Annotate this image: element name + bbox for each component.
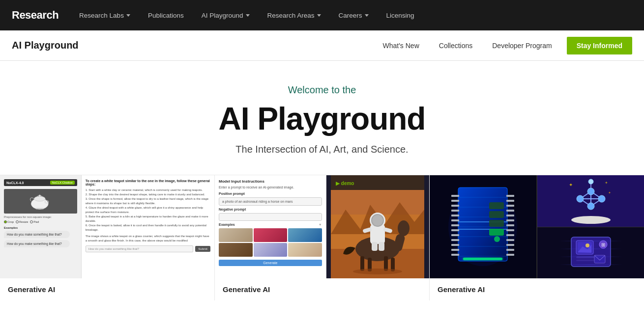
card-1-label: Generative AI [0, 278, 214, 300]
nuclx-badge: NuCLX Chatbot [50, 181, 75, 185]
positive-prompt-input[interactable]: a photo of an astronaut riding a horse o… [219, 197, 322, 206]
card-image-chat: NuCLX-4.0 NuCLX Chatbot Preprocesses for… [0, 175, 214, 278]
svg-rect-55 [506, 210, 514, 212]
card-row-top: ✦ ✦ ✦ [430, 175, 644, 278]
svg-rect-43 [451, 215, 459, 216]
svg-point-80 [577, 195, 584, 202]
chat-header-title: NuCLX-4.0 [6, 181, 24, 185]
svg-rect-22 [372, 242, 378, 251]
ai-response-header: To create a white teapot similar to the … [86, 179, 210, 186]
nav-item-research-areas[interactable]: Research Areas [261, 0, 328, 30]
teapot-placeholder [4, 189, 77, 214]
nav-item-licensing[interactable]: Licensing [380, 0, 421, 30]
radio-crop[interactable]: Crop [4, 220, 14, 223]
chat-left-panel: NuCLX-4.0 NuCLX Chatbot Preprocesses for… [0, 175, 82, 278]
svg-point-82 [587, 203, 594, 210]
hero-main-title: AI Playground [10, 102, 634, 136]
secondary-nav-collections[interactable]: Collections [429, 30, 482, 61]
chevron-down-icon [365, 14, 369, 17]
svg-point-79 [587, 188, 594, 195]
radio-options: Crop Resize Pad [4, 220, 77, 223]
svg-point-81 [598, 195, 605, 202]
generate-button[interactable]: Generate [219, 260, 322, 266]
svg-point-83 [588, 179, 593, 184]
svg-rect-41 [451, 205, 459, 207]
chat-input-area: How do you make something like that? Sub… [86, 245, 210, 252]
chip-svg [438, 175, 528, 278]
secondary-nav-whats-new[interactable]: What's New [373, 30, 429, 61]
teapot-svg [28, 191, 53, 211]
svg-text:▶ demo: ▶ demo [336, 181, 354, 186]
model-left-panel: Model Input Instructions Enter a prompt … [215, 175, 326, 278]
thumb-5 [254, 243, 288, 257]
chat-submit-button[interactable]: Submit [195, 246, 210, 252]
svg-point-2 [39, 195, 41, 197]
svg-rect-62 [506, 244, 514, 246]
svg-rect-48 [451, 239, 459, 241]
model-input-title: Model Input Instructions [219, 179, 322, 184]
svg-rect-56 [506, 215, 514, 216]
svg-rect-67 [489, 211, 504, 218]
example-thumbnails [219, 228, 322, 257]
negative-prompt-input[interactable] [219, 213, 322, 221]
svg-rect-47 [451, 234, 459, 236]
chat-right-panel: To create a white teapot similar to the … [82, 175, 214, 278]
nav-item-publications[interactable]: Publications [141, 0, 191, 30]
radio-resize[interactable]: Resize [16, 220, 28, 223]
svg-rect-4 [36, 208, 44, 210]
svg-rect-61 [506, 239, 514, 241]
thumb-1 [219, 228, 253, 242]
preprocesses-label: Preprocesses for non-square image: [4, 215, 77, 218]
bg-lines [559, 235, 623, 271]
thumb-3 [288, 228, 322, 242]
card-image-model: Model Input Instructions Enter a prompt … [215, 175, 429, 278]
svg-rect-50 [451, 249, 459, 251]
svg-text:✦: ✦ [608, 191, 611, 194]
nav-item-careers[interactable]: Careers [332, 0, 376, 30]
card-generative-ai-chat: NuCLX-4.0 NuCLX Chatbot Preprocesses for… [0, 175, 215, 300]
hero-welcome-text: Welcome to the [10, 84, 634, 96]
nav-item-ai-playground[interactable]: AI Playground [195, 0, 257, 30]
nav-item-research-labs[interactable]: Research Labs [72, 0, 137, 30]
stay-informed-button[interactable]: Stay Informed [567, 37, 632, 54]
cards-container: NuCLX-4.0 NuCLX Chatbot Preprocesses for… [0, 175, 644, 300]
svg-rect-42 [451, 210, 459, 212]
svg-rect-59 [506, 229, 514, 231]
model-right-panel: ▶ demo [326, 175, 429, 278]
svg-rect-39 [451, 195, 459, 197]
svg-rect-23 [379, 242, 384, 251]
svg-rect-65 [463, 258, 502, 260]
radio-pad[interactable]: Pad [30, 220, 39, 223]
molecule-svg: ✦ ✦ ✦ [566, 177, 615, 226]
thumb-6 [288, 243, 322, 257]
card-3-label: Generative AI [430, 278, 644, 300]
svg-rect-49 [451, 244, 459, 246]
ai-response-steps: 1. Start with a white clay or ceramic ma… [86, 188, 210, 232]
model-input-desc: Enter a prompt to receive an AI-generate… [219, 186, 322, 189]
svg-point-70 [494, 236, 500, 242]
svg-point-15 [398, 220, 410, 236]
card-group-right: ✦ ✦ ✦ [430, 175, 644, 300]
examples-label-left: Examples [4, 226, 77, 229]
svg-rect-63 [506, 249, 514, 251]
svg-rect-60 [506, 234, 514, 236]
svg-rect-54 [506, 205, 514, 207]
secondary-nav-developer-program[interactable]: Developer Program [482, 30, 561, 61]
svg-point-1 [34, 196, 46, 201]
svg-rect-58 [506, 224, 514, 226]
svg-point-71 [571, 216, 611, 224]
hero-subtitle: The Intersection of AI, Art, and Science… [10, 144, 634, 155]
chevron-down-icon [246, 14, 250, 17]
examples-label-model: Examples ▼ [219, 223, 322, 226]
svg-text:✦: ✦ [605, 181, 608, 185]
svg-rect-45 [451, 224, 459, 226]
svg-rect-10 [360, 256, 364, 271]
positive-prompt-label: Positive prompt [219, 192, 322, 195]
negative-prompt-label: Negative prompt [219, 208, 322, 211]
thumb-4 [219, 243, 253, 257]
svg-rect-57 [506, 219, 514, 221]
chat-input-field[interactable]: How do you make something like that? [86, 245, 194, 252]
svg-rect-44 [451, 219, 459, 221]
svg-rect-53 [506, 200, 514, 202]
brand-logo[interactable]: Research [12, 9, 59, 22]
